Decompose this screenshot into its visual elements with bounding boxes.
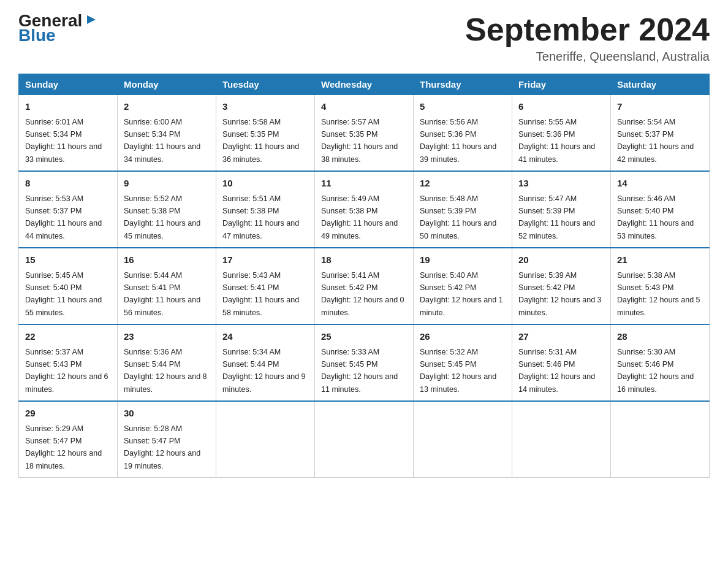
header-friday: Friday <box>512 74 611 95</box>
header-sunday: Sunday <box>19 74 118 95</box>
calendar-header-row: Sunday Monday Tuesday Wednesday Thursday… <box>19 74 710 95</box>
day-number: 21 <box>617 253 703 267</box>
table-row: 12 Sunrise: 5:48 AMSunset: 5:39 PMDaylig… <box>414 171 512 248</box>
table-row: 6 Sunrise: 5:55 AMSunset: 5:36 PMDayligh… <box>512 95 611 172</box>
day-number: 7 <box>617 100 703 114</box>
header-saturday: Saturday <box>611 74 710 95</box>
day-info: Sunrise: 5:53 AMSunset: 5:37 PMDaylight:… <box>25 194 102 240</box>
logo-blue-text: Blue <box>18 27 98 44</box>
page-header: General Blue September 2024 Teneriffe, Q… <box>18 12 710 64</box>
day-number: 30 <box>124 407 210 421</box>
table-row: 22 Sunrise: 5:37 AMSunset: 5:43 PMDaylig… <box>19 324 118 401</box>
header-tuesday: Tuesday <box>216 74 315 95</box>
logo: General Blue <box>18 12 98 44</box>
day-number: 10 <box>222 177 308 191</box>
table-row: 11 Sunrise: 5:49 AMSunset: 5:38 PMDaylig… <box>315 171 414 248</box>
svg-marker-0 <box>87 15 96 24</box>
day-number: 6 <box>518 100 604 114</box>
header-monday: Monday <box>118 74 216 95</box>
day-number: 15 <box>25 253 111 267</box>
table-row: 21 Sunrise: 5:38 AMSunset: 5:43 PMDaylig… <box>611 248 710 324</box>
day-number: 28 <box>617 330 703 344</box>
day-info: Sunrise: 5:57 AMSunset: 5:35 PMDaylight:… <box>321 118 398 164</box>
header-thursday: Thursday <box>414 74 512 95</box>
day-info: Sunrise: 5:36 AMSunset: 5:44 PMDaylight:… <box>124 348 207 394</box>
table-row: 18 Sunrise: 5:41 AMSunset: 5:42 PMDaylig… <box>315 248 414 324</box>
table-row: 9 Sunrise: 5:52 AMSunset: 5:38 PMDayligh… <box>118 171 216 248</box>
day-info: Sunrise: 5:47 AMSunset: 5:39 PMDaylight:… <box>518 194 595 240</box>
header-wednesday: Wednesday <box>315 74 414 95</box>
location-subtitle: Teneriffe, Queensland, Australia <box>465 50 710 64</box>
day-info: Sunrise: 5:28 AMSunset: 5:47 PMDaylight:… <box>124 424 200 470</box>
table-row: 17 Sunrise: 5:43 AMSunset: 5:41 PMDaylig… <box>216 248 315 324</box>
day-number: 18 <box>321 253 407 267</box>
table-row: 23 Sunrise: 5:36 AMSunset: 5:44 PMDaylig… <box>118 324 216 401</box>
day-info: Sunrise: 5:37 AMSunset: 5:43 PMDaylight:… <box>25 348 108 394</box>
calendar-week-row: 29 Sunrise: 5:29 AMSunset: 5:47 PMDaylig… <box>19 401 710 478</box>
day-number: 17 <box>222 253 308 267</box>
table-row: 26 Sunrise: 5:32 AMSunset: 5:45 PMDaylig… <box>414 324 512 401</box>
day-info: Sunrise: 5:40 AMSunset: 5:42 PMDaylight:… <box>420 271 503 317</box>
day-number: 26 <box>420 330 506 344</box>
table-row: 13 Sunrise: 5:47 AMSunset: 5:39 PMDaylig… <box>512 171 611 248</box>
calendar-week-row: 8 Sunrise: 5:53 AMSunset: 5:37 PMDayligh… <box>19 171 710 248</box>
table-row: 2 Sunrise: 6:00 AMSunset: 5:34 PMDayligh… <box>118 95 216 172</box>
day-number: 22 <box>25 330 111 344</box>
day-info: Sunrise: 5:31 AMSunset: 5:46 PMDaylight:… <box>518 348 595 394</box>
day-number: 25 <box>321 330 407 344</box>
calendar-week-row: 15 Sunrise: 5:45 AMSunset: 5:40 PMDaylig… <box>19 248 710 324</box>
day-info: Sunrise: 5:51 AMSunset: 5:38 PMDaylight:… <box>222 194 299 240</box>
day-number: 29 <box>25 407 111 421</box>
table-row: 28 Sunrise: 5:30 AMSunset: 5:46 PMDaylig… <box>611 324 710 401</box>
table-row <box>216 401 315 478</box>
table-row: 10 Sunrise: 5:51 AMSunset: 5:38 PMDaylig… <box>216 171 315 248</box>
table-row: 15 Sunrise: 5:45 AMSunset: 5:40 PMDaylig… <box>19 248 118 324</box>
table-row: 24 Sunrise: 5:34 AMSunset: 5:44 PMDaylig… <box>216 324 315 401</box>
table-row: 8 Sunrise: 5:53 AMSunset: 5:37 PMDayligh… <box>19 171 118 248</box>
table-row: 20 Sunrise: 5:39 AMSunset: 5:42 PMDaylig… <box>512 248 611 324</box>
table-row: 27 Sunrise: 5:31 AMSunset: 5:46 PMDaylig… <box>512 324 611 401</box>
calendar-week-row: 1 Sunrise: 6:01 AMSunset: 5:34 PMDayligh… <box>19 95 710 172</box>
day-info: Sunrise: 5:45 AMSunset: 5:40 PMDaylight:… <box>25 271 102 317</box>
day-info: Sunrise: 5:32 AMSunset: 5:45 PMDaylight:… <box>420 348 496 394</box>
day-info: Sunrise: 5:29 AMSunset: 5:47 PMDaylight:… <box>25 424 102 470</box>
day-info: Sunrise: 5:33 AMSunset: 5:45 PMDaylight:… <box>321 348 398 394</box>
day-number: 24 <box>222 330 308 344</box>
table-row: 4 Sunrise: 5:57 AMSunset: 5:35 PMDayligh… <box>315 95 414 172</box>
table-row: 19 Sunrise: 5:40 AMSunset: 5:42 PMDaylig… <box>414 248 512 324</box>
day-number: 13 <box>518 177 604 191</box>
day-number: 14 <box>617 177 703 191</box>
day-number: 5 <box>420 100 506 114</box>
day-number: 12 <box>420 177 506 191</box>
table-row <box>512 401 611 478</box>
day-info: Sunrise: 5:49 AMSunset: 5:38 PMDaylight:… <box>321 194 398 240</box>
day-info: Sunrise: 6:01 AMSunset: 5:34 PMDaylight:… <box>25 118 102 164</box>
day-number: 3 <box>222 100 308 114</box>
day-info: Sunrise: 5:34 AMSunset: 5:44 PMDaylight:… <box>222 348 306 394</box>
day-number: 8 <box>25 177 111 191</box>
day-number: 19 <box>420 253 506 267</box>
calendar-title-area: September 2024 Teneriffe, Queensland, Au… <box>465 12 710 64</box>
table-row <box>414 401 512 478</box>
table-row: 25 Sunrise: 5:33 AMSunset: 5:45 PMDaylig… <box>315 324 414 401</box>
table-row <box>611 401 710 478</box>
page-title: September 2024 <box>465 12 710 47</box>
day-number: 20 <box>518 253 604 267</box>
day-number: 4 <box>321 100 407 114</box>
table-row: 5 Sunrise: 5:56 AMSunset: 5:36 PMDayligh… <box>414 95 512 172</box>
table-row <box>315 401 414 478</box>
day-info: Sunrise: 5:30 AMSunset: 5:46 PMDaylight:… <box>617 348 694 394</box>
day-number: 11 <box>321 177 407 191</box>
table-row: 7 Sunrise: 5:54 AMSunset: 5:37 PMDayligh… <box>611 95 710 172</box>
day-info: Sunrise: 5:58 AMSunset: 5:35 PMDaylight:… <box>222 118 299 164</box>
day-number: 2 <box>124 100 210 114</box>
day-info: Sunrise: 5:55 AMSunset: 5:36 PMDaylight:… <box>518 118 595 164</box>
calendar-table: Sunday Monday Tuesday Wednesday Thursday… <box>18 74 710 478</box>
day-info: Sunrise: 5:43 AMSunset: 5:41 PMDaylight:… <box>222 271 299 317</box>
day-info: Sunrise: 5:54 AMSunset: 5:37 PMDaylight:… <box>617 118 694 164</box>
table-row: 16 Sunrise: 5:44 AMSunset: 5:41 PMDaylig… <box>118 248 216 324</box>
day-info: Sunrise: 5:46 AMSunset: 5:40 PMDaylight:… <box>617 194 694 240</box>
day-info: Sunrise: 6:00 AMSunset: 5:34 PMDaylight:… <box>124 118 200 164</box>
day-info: Sunrise: 5:38 AMSunset: 5:43 PMDaylight:… <box>617 271 700 317</box>
day-number: 23 <box>124 330 210 344</box>
